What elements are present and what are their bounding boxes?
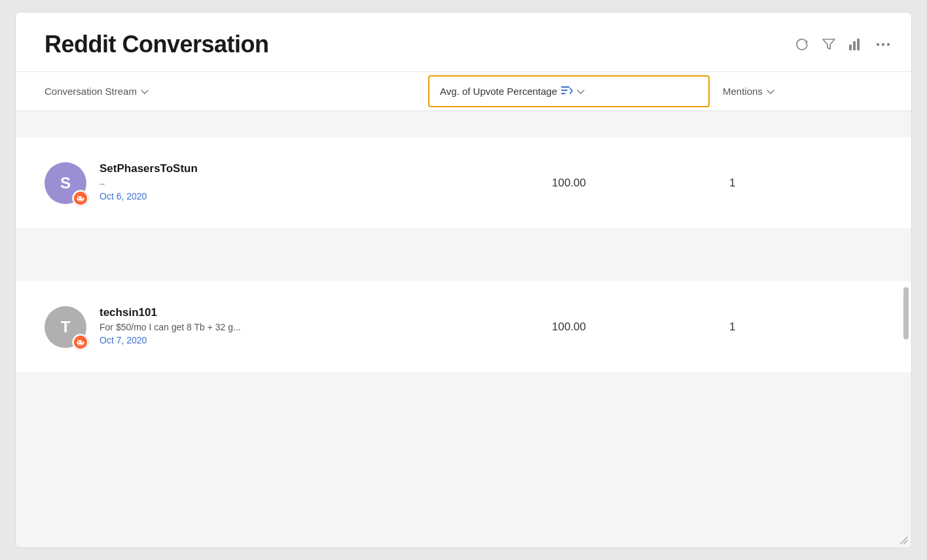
username: techsin101 (100, 306, 241, 319)
stream-chevron-icon (141, 86, 149, 97)
scrollbar-track[interactable] (903, 118, 909, 541)
spacer-top (16, 111, 911, 137)
svg-point-22 (77, 339, 79, 340)
row-upvote-col: 100.00 (428, 177, 710, 190)
user-snippet: – (100, 178, 198, 188)
sort-desc-icon (561, 86, 573, 97)
username: SetPhasersToStun (100, 162, 198, 175)
header-actions (795, 37, 890, 52)
col-header-upvote[interactable]: Avg. of Upvote Percentage (428, 75, 710, 107)
spacer-middle (16, 229, 911, 281)
upvote-label: Avg. of Upvote Percentage (440, 86, 557, 97)
svg-point-5 (887, 43, 890, 46)
more-options-icon[interactable] (876, 43, 890, 46)
reddit-badge (72, 334, 89, 351)
svg-rect-1 (853, 41, 856, 50)
mentions-label: Mentions (723, 86, 763, 97)
mentions-chevron-icon (767, 86, 774, 97)
user-snippet: For $50/mo I can get 8 Tb + 32 g... (100, 322, 241, 332)
row-mentions-col: 1 (710, 177, 911, 190)
chart-icon[interactable] (848, 38, 863, 51)
row-stream-col: T (16, 306, 428, 348)
user-date[interactable]: Oct 6, 2020 (100, 191, 198, 201)
upvote-chevron-icon (577, 86, 585, 97)
svg-rect-0 (849, 44, 852, 50)
reddit-badge (72, 190, 89, 207)
col-header-stream[interactable]: Conversation Stream (16, 77, 428, 106)
svg-point-13 (82, 198, 83, 199)
filter-icon[interactable] (822, 37, 835, 52)
header: Reddit Conversation (16, 12, 911, 72)
avatar-container: T (45, 306, 86, 348)
row-mentions-col: 1 (710, 321, 911, 334)
svg-point-12 (79, 198, 80, 199)
svg-point-4 (882, 43, 884, 46)
user-info: techsin101 For $50/mo I can get 8 Tb + 3… (100, 306, 241, 345)
col-header-mentions[interactable]: Mentions (710, 77, 911, 106)
resize-handle[interactable] (900, 536, 909, 545)
svg-point-20 (82, 341, 83, 343)
stream-label: Conversation Stream (45, 86, 137, 97)
table-row: S (16, 137, 911, 229)
row-upvote-col: 100.00 (428, 321, 710, 334)
avatar-container: S (45, 162, 86, 204)
reddit-conversation-card: Reddit Conversation (15, 12, 912, 548)
refresh-icon[interactable] (795, 37, 809, 52)
table-row: T (16, 281, 911, 373)
column-headers: Conversation Stream Avg. of Upvote Perce… (16, 72, 911, 111)
svg-point-15 (77, 195, 79, 196)
user-date[interactable]: Oct 7, 2020 (100, 335, 241, 345)
content-area: S (16, 111, 911, 548)
user-info: SetPhasersToStun – Oct 6, 2020 (100, 162, 198, 201)
svg-point-19 (79, 341, 80, 343)
scrollbar-thumb[interactable] (903, 287, 909, 340)
page-title: Reddit Conversation (45, 31, 269, 58)
spacer-bottom (16, 373, 911, 451)
svg-point-3 (877, 43, 879, 46)
row-stream-col: S (16, 162, 428, 204)
svg-rect-2 (857, 39, 860, 50)
